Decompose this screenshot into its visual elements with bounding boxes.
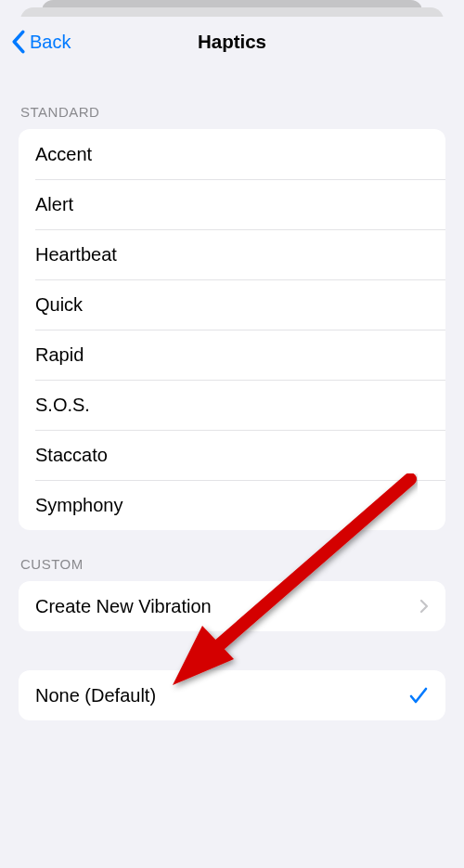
- create-new-vibration-row[interactable]: Create New Vibration: [19, 581, 445, 631]
- row-label: Create New Vibration: [35, 596, 212, 617]
- row-label: Quick: [35, 294, 83, 316]
- chevron-left-icon: [11, 30, 26, 54]
- haptic-option-quick[interactable]: Quick: [19, 279, 445, 330]
- none-group: None (Default): [19, 670, 445, 720]
- row-label: Alert: [35, 194, 73, 215]
- row-label: Staccato: [35, 445, 108, 466]
- row-label: Rapid: [35, 344, 84, 366]
- checkmark-icon: [408, 686, 429, 705]
- row-label: Symphony: [35, 495, 123, 516]
- back-button[interactable]: Back: [11, 30, 71, 54]
- haptic-option-alert[interactable]: Alert: [19, 179, 445, 229]
- nav-bar: Back Haptics: [2, 17, 462, 67]
- custom-group: Create New Vibration: [19, 581, 445, 631]
- section-header-standard: STANDARD: [19, 67, 445, 129]
- haptic-option-accent[interactable]: Accent: [19, 129, 445, 179]
- standard-group: Accent Alert Heartbeat Quick Rapid S.O.S…: [19, 129, 445, 530]
- content-area: STANDARD Accent Alert Heartbeat Quick Ra…: [2, 67, 462, 720]
- haptic-option-heartbeat[interactable]: Heartbeat: [19, 229, 445, 279]
- row-label: S.O.S.: [35, 395, 90, 416]
- row-label: None (Default): [35, 685, 156, 706]
- row-label: Heartbeat: [35, 244, 117, 266]
- settings-sheet: Back Haptics STANDARD Accent Alert Heart…: [2, 17, 462, 868]
- haptic-option-staccato[interactable]: Staccato: [19, 430, 445, 480]
- section-header-custom: CUSTOM: [19, 530, 445, 581]
- chevron-right-icon: [419, 599, 429, 614]
- back-label: Back: [30, 32, 71, 53]
- spacer: [19, 631, 445, 670]
- haptic-option-rapid[interactable]: Rapid: [19, 330, 445, 380]
- row-label: Accent: [35, 144, 92, 165]
- haptic-option-none[interactable]: None (Default): [19, 670, 445, 720]
- haptic-option-symphony[interactable]: Symphony: [19, 480, 445, 530]
- haptic-option-sos[interactable]: S.O.S.: [19, 380, 445, 430]
